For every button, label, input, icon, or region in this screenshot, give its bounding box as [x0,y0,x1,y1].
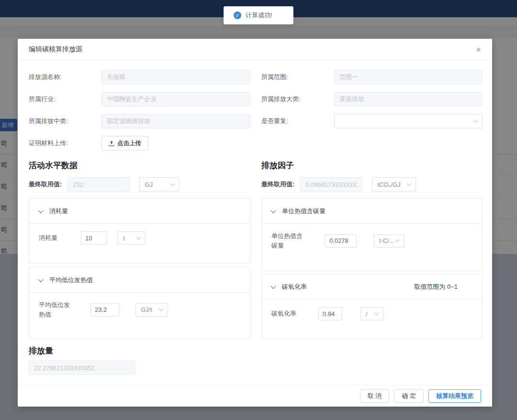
collapse-chevron-icon [38,276,43,282]
dialog-header: 编辑碳核算排放源 × [18,39,492,60]
calorific-unit-select[interactable]: GJ/t [135,303,168,317]
oxidation-panel-header[interactable]: 碳氧化率 取值范围为 0~1 [262,274,482,299]
calorific-panel-body: 平均低位发热值 GJ/t [29,293,250,327]
dialog-body: 排放源名称: 所属范围: 所属行业: 所属排放大类: 所属排放中类: [18,60,492,375]
carbon-content-input[interactable] [325,234,357,248]
carbon-content-panel-title: 单位热值含碳量 [282,207,326,216]
collapse-chevron-icon [270,283,276,288]
activity-section: 活动水平数据 最终取用值: GJ 消耗量 消耗量 [29,160,250,375]
factor-final-row: 最终取用值: tCO₂/GJ [261,177,483,192]
close-icon[interactable]: × [476,45,481,54]
chevron-down-icon [170,181,175,186]
oxidation-unit-select[interactable]: / [360,307,383,320]
consumption-panel-title: 消耗量 [49,207,68,216]
consumption-panel-header[interactable]: 消耗量 [29,199,250,224]
cancel-button[interactable]: 取 消 [360,389,390,403]
oxidation-input[interactable] [318,307,342,320]
consumption-panel-body: 消耗量 t [29,224,250,252]
dialog-title: 编辑碳核算排放源 [29,45,82,54]
oxidation-panel-body: 碳氧化率 / [262,299,482,328]
carbon-content-unit-select[interactable]: t-C/... [374,234,405,248]
chevron-down-icon [159,306,164,311]
upload-icon [109,140,114,147]
toast-message: 计算成功! [246,11,272,20]
activity-unit-value: GJ [145,181,153,188]
field-scope: 所属范围: [261,70,483,84]
consumption-panel: 消耗量 消耗量 t [29,198,250,263]
chevron-down-icon [374,310,379,315]
industry-label: 所属行业: [29,95,101,103]
industry-input [101,92,250,106]
major-category-label: 所属排放大类: [261,95,334,103]
success-toast: ✓ 计算成功! [224,6,293,24]
upload-button[interactable]: 点击上传 [101,136,148,150]
field-industry: 所属行业: [29,92,250,106]
activity-final-row: 最终取用值: GJ [29,177,250,192]
source-name-input [101,70,250,84]
consumption-input[interactable] [81,231,107,245]
carbon-content-label: 单位热值含碳量 [271,231,308,250]
is-duplicate-select[interactable] [334,114,483,128]
calorific-panel: 平均低位发热值 平均低位发热值 GJ/t [29,267,250,339]
check-circle-icon: ✓ [234,11,241,19]
factor-section-title: 排放因子 [261,160,483,171]
collapse-chevron-icon [270,207,276,213]
activity-section-title: 活动水平数据 [29,160,250,171]
activity-final-label: 最终取用值: [29,180,62,189]
carbon-content-panel-header[interactable]: 单位热值含碳量 [262,199,482,224]
emission-section-title: 排放量 [29,345,250,356]
is-duplicate-label: 是否重复: [261,117,334,125]
calorific-unit-value: GJ/t [141,306,152,313]
carbon-content-unit-value: t-C/... [379,237,394,244]
factor-section: 排放因子 最终取用值: tCO₂/GJ 单位热值含碳量 单位热值含碳 [261,160,483,375]
activity-unit-select[interactable]: GJ [139,177,180,192]
confirm-button[interactable]: 确 定 [394,389,424,403]
oxidation-panel: 碳氧化率 取值范围为 0~1 碳氧化率 / [261,274,483,339]
field-source-name: 排放源名称: [29,70,250,84]
edit-emission-source-dialog: 编辑碳核算排放源 × 排放源名称: 所属范围: 所属行业: 所属排放大类: [18,39,492,407]
upload-label: 证明材料上传: [29,139,101,148]
factor-unit-select[interactable]: tCO₂/GJ [372,177,416,192]
emission-total-input [29,361,135,375]
field-major-category: 所属排放大类: [261,92,483,106]
chevron-down-icon [473,118,478,123]
major-category-input [334,92,483,106]
oxidation-range-note: 取值范围为 0~1 [414,283,458,291]
carbon-content-panel-body: 单位热值含碳量 t-C/... [262,224,482,258]
chevron-down-icon [395,238,400,242]
consumption-unit-value: t [123,235,125,242]
calorific-input[interactable] [90,303,119,317]
field-is-duplicate: 是否重复: [261,114,483,128]
consumption-unit-select[interactable]: t [118,231,146,245]
chevron-down-icon [407,181,412,186]
oxidation-label: 碳氧化率 [271,309,308,318]
carbon-content-panel: 单位热值含碳量 单位热值含碳量 t-C/... [261,198,483,271]
scope-label: 所属范围: [261,73,334,81]
field-upload: 证明材料上传: 点击上传 [29,136,250,150]
field-mid-category: 所属排放中类: [29,114,250,128]
factor-unit-value: tCO₂/GJ [377,181,400,188]
calorific-label: 平均低位发热值 [39,300,72,319]
result-preview-button[interactable]: 核算结果预览 [428,389,481,403]
dialog-footer: 取 消 确 定 核算结果预览 [18,385,492,407]
scope-input [334,70,483,84]
consumption-label: 消耗量 [39,233,72,243]
factor-final-input [300,177,362,192]
oxidation-unit-value: / [366,310,368,318]
source-name-label: 排放源名称: [29,73,101,81]
upload-button-label: 点击上传 [117,139,141,148]
collapse-chevron-icon [38,207,43,213]
activity-final-input [67,177,130,192]
mid-category-label: 所属排放中类: [29,117,101,125]
mid-category-input [101,114,250,128]
calorific-panel-header[interactable]: 平均低位发热值 [29,268,250,293]
calorific-panel-title: 平均低位发热值 [49,276,93,284]
oxidation-panel-title: 碳氧化率 [282,283,307,291]
factor-final-label: 最终取用值: [261,180,294,189]
chevron-down-icon [136,235,141,239]
